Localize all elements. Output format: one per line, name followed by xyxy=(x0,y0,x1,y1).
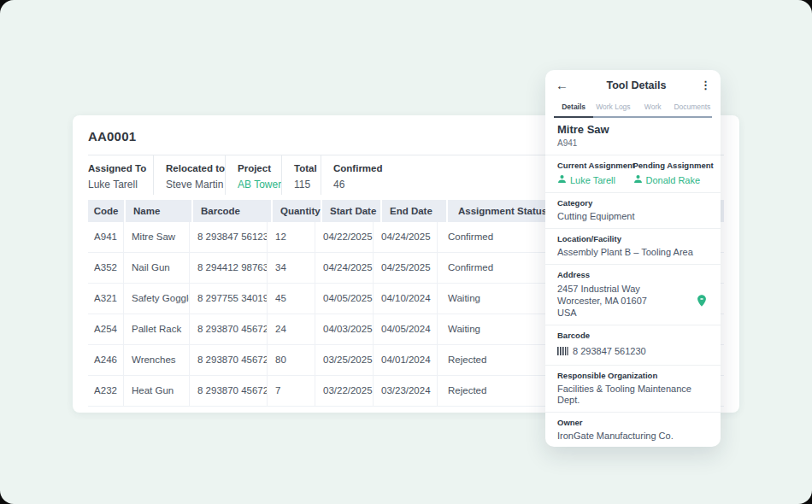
assignee-name: Donald Rake xyxy=(646,174,701,186)
table-cell: 34 xyxy=(268,253,315,283)
table-cell: A321 xyxy=(88,284,124,314)
field-label: Responsible Organization xyxy=(557,371,709,381)
location-pin-icon[interactable] xyxy=(695,294,709,308)
address-line: 2457 Industrial Way xyxy=(557,283,695,295)
table-cell: 04/01/2024 xyxy=(374,345,438,375)
address-line: Worcester, MA 01607 xyxy=(557,295,695,307)
tool-details-panel: ← Tool Details ⋮ DetailsWork LogsWorkDoc… xyxy=(545,70,721,447)
table-cell: A941 xyxy=(88,222,124,252)
assignee-name: Luke Tarell xyxy=(570,174,615,186)
panel-tabs: DetailsWork LogsWorkDocuments xyxy=(554,97,712,118)
meta-field-4: Confirmed46 xyxy=(321,155,395,195)
address-wrap: 2457 Industrial WayWorcester, MA 01607US… xyxy=(557,283,709,319)
tab-work[interactable]: Work xyxy=(633,97,673,116)
assignments-section: Current AssignmentLuke TarellPending Ass… xyxy=(545,155,721,193)
field-barcode: Barcode8 293847 561230 xyxy=(545,325,721,366)
table-cell: 04/05/2025 xyxy=(315,284,374,314)
table-cell: 04/24/2025 xyxy=(374,222,438,252)
table-cell: Pallet Rack xyxy=(124,314,190,344)
field-label: Category xyxy=(557,198,709,208)
field-responsible-organization: Responsible OrganizationFacilities & Too… xyxy=(545,366,721,413)
meta-value: 46 xyxy=(333,179,383,190)
table-cell: 03/23/2024 xyxy=(374,376,438,406)
column-header-start-date: Start Date xyxy=(322,200,380,222)
field-value: Cutting Equipment xyxy=(557,211,709,222)
column-header-quantity: Quantity xyxy=(273,200,321,222)
table-cell: A232 xyxy=(88,376,124,406)
meta-label: Project xyxy=(238,163,269,173)
table-cell: 24 xyxy=(268,314,315,344)
meta-field-1: Relocated toSteve Martin xyxy=(153,155,225,195)
table-cell: 04/25/2025 xyxy=(374,253,438,283)
table-cell: A254 xyxy=(88,314,124,344)
field-label: Barcode xyxy=(557,331,709,341)
detail-fields: CategoryCutting EquipmentLocation/Facili… xyxy=(545,193,721,447)
assignment-label: Pending Assignment xyxy=(633,161,709,171)
table-cell: 8 294412 987634 xyxy=(190,253,268,283)
assignments-grid: Current AssignmentLuke TarellPending Ass… xyxy=(557,161,709,186)
meta-label: Total xyxy=(294,163,309,173)
barcode-icon xyxy=(557,343,568,359)
field-owner: OwnerIronGate Manufacturing Co. xyxy=(545,413,721,447)
table-cell: 80 xyxy=(268,345,315,375)
meta-value: Steve Martin xyxy=(166,179,213,190)
tab-details[interactable]: Details xyxy=(554,97,593,116)
table-cell: Heat Gun xyxy=(124,376,190,406)
kebab-menu-icon[interactable]: ⋮ xyxy=(700,79,710,91)
person-icon xyxy=(557,174,567,186)
tool-code: A941 xyxy=(557,138,709,149)
table-cell: 04/24/2025 xyxy=(315,253,374,283)
meta-field-0: Assigned ToLuke Tarell xyxy=(88,155,153,195)
field-location-facility: Location/FacilityAssembly Plant B – Tool… xyxy=(545,229,721,265)
table-cell: Mitre Saw xyxy=(124,222,190,252)
meta-label: Confirmed xyxy=(333,163,383,173)
table-cell: 03/25/2025 xyxy=(315,345,374,375)
table-cell: Safety Goggles xyxy=(124,284,190,314)
table-cell: 04/22/2025 xyxy=(315,222,374,252)
field-value: IronGate Manufacturing Co. xyxy=(557,431,709,442)
assignment-column: Current AssignmentLuke Tarell xyxy=(557,161,633,186)
assignment-column: Pending AssignmentDonald Rake xyxy=(633,161,709,186)
table-cell: Nail Gun xyxy=(124,253,190,283)
table-cell: 7 xyxy=(268,376,315,406)
field-category: CategoryCutting Equipment xyxy=(545,193,721,229)
meta-value[interactable]: AB Tower xyxy=(238,179,269,190)
tab-documents[interactable]: Documents xyxy=(673,97,712,116)
table-cell: Wrenches xyxy=(124,345,190,375)
table-cell: 04/05/2024 xyxy=(374,314,438,344)
panel-header: ← Tool Details ⋮ xyxy=(545,70,721,97)
column-header-name: Name xyxy=(126,200,191,222)
address-line: USA xyxy=(557,307,695,319)
app-background: AA0001 Assigned ToLuke TarellRelocated t… xyxy=(0,0,812,504)
table-cell: A352 xyxy=(88,253,124,283)
column-header-code: Code xyxy=(88,200,124,222)
assignment-label: Current Assignment xyxy=(557,161,633,171)
meta-label: Relocated to xyxy=(166,163,213,173)
table-cell: 8 293847 561230 xyxy=(190,222,268,252)
field-label: Address xyxy=(557,270,709,280)
table-cell: 04/03/2025 xyxy=(315,314,374,344)
table-cell: 45 xyxy=(268,284,315,314)
table-cell: 8 293870 456721 xyxy=(190,376,268,406)
person-icon xyxy=(633,174,643,186)
assignee-link[interactable]: Luke Tarell xyxy=(557,174,633,186)
table-cell: 03/22/2025 xyxy=(315,376,374,406)
field-label: Location/Facility xyxy=(557,234,709,244)
field-label: Owner xyxy=(557,418,709,428)
table-cell: A246 xyxy=(88,345,124,375)
tool-name-section: Mitre Saw A941 xyxy=(545,118,721,155)
table-cell: 8 297755 340192 xyxy=(190,284,268,314)
tool-name: Mitre Saw xyxy=(557,123,709,137)
barcode-value: 8 293847 561230 xyxy=(573,346,646,357)
barcode-row: 8 293847 561230 xyxy=(557,343,709,359)
field-value: Assembly Plant B – Tooling Area xyxy=(557,247,709,258)
address-lines: 2457 Industrial WayWorcester, MA 01607US… xyxy=(557,283,695,319)
meta-value: Luke Tarell xyxy=(88,179,141,190)
assignee-link[interactable]: Donald Rake xyxy=(633,174,709,186)
column-header-end-date: End Date xyxy=(382,200,446,222)
tab-work-logs[interactable]: Work Logs xyxy=(593,97,633,116)
column-header-barcode: Barcode xyxy=(193,200,271,222)
table-cell: 8 293870 456721 xyxy=(190,345,268,375)
meta-field-2: ProjectAB Tower xyxy=(225,155,281,195)
back-icon[interactable]: ← xyxy=(556,79,573,92)
